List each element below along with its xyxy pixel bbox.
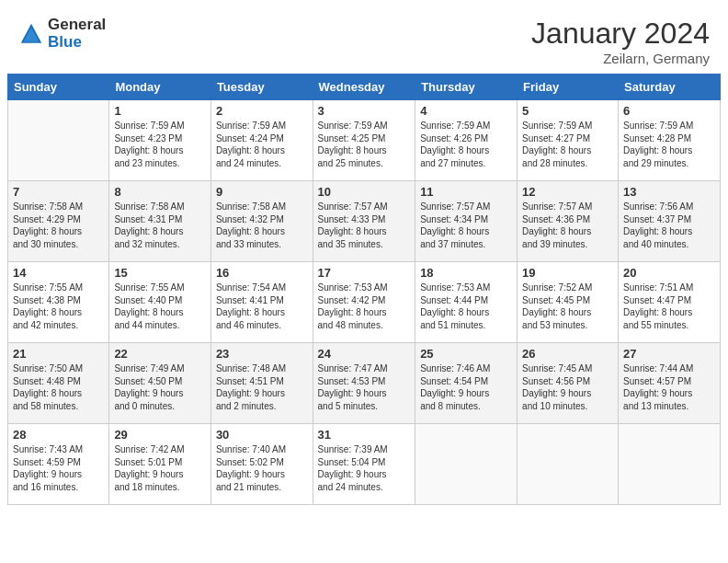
day-number: 3 xyxy=(318,104,411,118)
cell-content: Sunrise: 7:43 AMSunset: 4:59 PMDaylight:… xyxy=(13,443,104,493)
day-number: 23 xyxy=(216,347,308,361)
day-header-sunday: Sunday xyxy=(8,75,109,100)
cell-content: Sunrise: 7:53 AMSunset: 4:44 PMDaylight:… xyxy=(420,282,512,331)
cell-content: Sunrise: 7:58 AMSunset: 4:31 PMDaylight:… xyxy=(114,201,206,250)
day-number: 4 xyxy=(420,104,512,118)
cell-content: Sunrise: 7:44 AMSunset: 4:57 PMDaylight:… xyxy=(623,362,715,412)
cell-content: Sunrise: 7:58 AMSunset: 4:29 PMDaylight:… xyxy=(13,201,104,250)
day-number: 22 xyxy=(114,347,206,361)
cell-content: Sunrise: 7:46 AMSunset: 4:54 PMDaylight:… xyxy=(420,362,512,412)
cell-content: Sunrise: 7:55 AMSunset: 4:38 PMDaylight:… xyxy=(13,282,104,331)
cell-content: Sunrise: 7:48 AMSunset: 4:51 PMDaylight:… xyxy=(216,362,308,412)
cell-content: Sunrise: 7:49 AMSunset: 4:50 PMDaylight:… xyxy=(114,362,206,412)
calendar-header-row: SundayMondayTuesdayWednesdayThursdayFrid… xyxy=(8,75,721,100)
calendar-cell: 4Sunrise: 7:59 AMSunset: 4:26 PMDaylight… xyxy=(415,100,518,181)
day-number: 21 xyxy=(13,347,104,361)
calendar-cell: 26Sunrise: 7:45 AMSunset: 4:56 PMDayligh… xyxy=(518,343,619,424)
cell-content: Sunrise: 7:59 AMSunset: 4:23 PMDaylight:… xyxy=(114,120,206,169)
calendar-cell: 15Sunrise: 7:55 AMSunset: 4:40 PMDayligh… xyxy=(109,262,211,343)
calendar-cell: 10Sunrise: 7:57 AMSunset: 4:33 PMDayligh… xyxy=(313,181,415,262)
calendar-cell: 14Sunrise: 7:55 AMSunset: 4:38 PMDayligh… xyxy=(8,262,109,343)
day-number: 1 xyxy=(114,104,206,118)
day-number: 29 xyxy=(114,428,206,442)
day-number: 9 xyxy=(216,185,308,199)
day-number: 18 xyxy=(420,266,512,280)
calendar-week-row: 7Sunrise: 7:58 AMSunset: 4:29 PMDaylight… xyxy=(8,181,721,262)
calendar-cell xyxy=(619,424,721,505)
calendar-cell: 7Sunrise: 7:58 AMSunset: 4:29 PMDaylight… xyxy=(8,181,109,262)
calendar-cell: 11Sunrise: 7:57 AMSunset: 4:34 PMDayligh… xyxy=(415,181,518,262)
logo-general: General xyxy=(48,17,106,34)
day-number: 15 xyxy=(114,266,206,280)
day-number: 11 xyxy=(420,185,512,199)
calendar-cell: 25Sunrise: 7:46 AMSunset: 4:54 PMDayligh… xyxy=(415,343,518,424)
calendar-cell: 21Sunrise: 7:50 AMSunset: 4:48 PMDayligh… xyxy=(8,343,109,424)
logo-blue: Blue xyxy=(48,34,106,52)
calendar-cell: 6Sunrise: 7:59 AMSunset: 4:28 PMDaylight… xyxy=(619,100,721,181)
page-header: General Blue January 2024 Zeilarn, Germa… xyxy=(0,0,728,74)
calendar-body: 1Sunrise: 7:59 AMSunset: 4:23 PMDaylight… xyxy=(8,100,721,505)
calendar-cell: 30Sunrise: 7:40 AMSunset: 5:02 PMDayligh… xyxy=(210,424,313,505)
day-number: 25 xyxy=(420,347,512,361)
calendar-cell: 8Sunrise: 7:58 AMSunset: 4:31 PMDaylight… xyxy=(109,181,211,262)
day-number: 13 xyxy=(623,185,715,199)
calendar-week-row: 28Sunrise: 7:43 AMSunset: 4:59 PMDayligh… xyxy=(8,424,721,505)
calendar-cell: 12Sunrise: 7:57 AMSunset: 4:36 PMDayligh… xyxy=(518,181,619,262)
calendar-cell: 5Sunrise: 7:59 AMSunset: 4:27 PMDaylight… xyxy=(518,100,619,181)
calendar-cell: 2Sunrise: 7:59 AMSunset: 4:24 PMDaylight… xyxy=(210,100,313,181)
day-number: 5 xyxy=(522,104,613,118)
calendar-week-row: 14Sunrise: 7:55 AMSunset: 4:38 PMDayligh… xyxy=(8,262,721,343)
calendar-cell: 3Sunrise: 7:59 AMSunset: 4:25 PMDaylight… xyxy=(313,100,415,181)
cell-content: Sunrise: 7:40 AMSunset: 5:02 PMDaylight:… xyxy=(216,443,308,493)
day-number: 20 xyxy=(623,266,715,280)
day-number: 31 xyxy=(318,428,411,442)
day-number: 19 xyxy=(522,266,613,280)
calendar-table: SundayMondayTuesdayWednesdayThursdayFrid… xyxy=(7,74,721,505)
calendar-cell: 19Sunrise: 7:52 AMSunset: 4:45 PMDayligh… xyxy=(518,262,619,343)
cell-content: Sunrise: 7:58 AMSunset: 4:32 PMDaylight:… xyxy=(216,201,308,250)
day-header-saturday: Saturday xyxy=(619,75,721,100)
logo-icon xyxy=(18,21,44,47)
day-number: 12 xyxy=(522,185,613,199)
location: Zeilarn, Germany xyxy=(531,51,710,66)
day-header-monday: Monday xyxy=(109,75,211,100)
cell-content: Sunrise: 7:42 AMSunset: 5:01 PMDaylight:… xyxy=(114,443,206,493)
day-number: 6 xyxy=(623,104,715,118)
day-number: 7 xyxy=(13,185,104,199)
day-header-wednesday: Wednesday xyxy=(313,75,415,100)
calendar-cell: 24Sunrise: 7:47 AMSunset: 4:53 PMDayligh… xyxy=(313,343,415,424)
month-year: January 2024 xyxy=(531,17,710,51)
calendar-cell xyxy=(8,100,109,181)
cell-content: Sunrise: 7:55 AMSunset: 4:40 PMDaylight:… xyxy=(114,282,206,331)
day-number: 17 xyxy=(318,266,411,280)
calendar-cell xyxy=(415,424,518,505)
day-header-friday: Friday xyxy=(518,75,619,100)
day-header-thursday: Thursday xyxy=(415,75,518,100)
calendar-cell xyxy=(518,424,619,505)
day-number: 8 xyxy=(114,185,206,199)
calendar-cell: 31Sunrise: 7:39 AMSunset: 5:04 PMDayligh… xyxy=(313,424,415,505)
calendar-cell: 17Sunrise: 7:53 AMSunset: 4:42 PMDayligh… xyxy=(313,262,415,343)
cell-content: Sunrise: 7:54 AMSunset: 4:41 PMDaylight:… xyxy=(216,282,308,331)
cell-content: Sunrise: 7:59 AMSunset: 4:26 PMDaylight:… xyxy=(420,120,512,169)
logo: General Blue xyxy=(18,17,106,51)
day-header-tuesday: Tuesday xyxy=(210,75,313,100)
cell-content: Sunrise: 7:59 AMSunset: 4:25 PMDaylight:… xyxy=(318,120,411,169)
cell-content: Sunrise: 7:57 AMSunset: 4:33 PMDaylight:… xyxy=(318,201,411,250)
day-number: 24 xyxy=(318,347,411,361)
cell-content: Sunrise: 7:59 AMSunset: 4:24 PMDaylight:… xyxy=(216,120,308,169)
cell-content: Sunrise: 7:56 AMSunset: 4:37 PMDaylight:… xyxy=(623,201,715,250)
calendar-wrap: SundayMondayTuesdayWednesdayThursdayFrid… xyxy=(0,74,728,514)
calendar-cell: 18Sunrise: 7:53 AMSunset: 4:44 PMDayligh… xyxy=(415,262,518,343)
calendar-cell: 13Sunrise: 7:56 AMSunset: 4:37 PMDayligh… xyxy=(619,181,721,262)
cell-content: Sunrise: 7:47 AMSunset: 4:53 PMDaylight:… xyxy=(318,362,411,412)
title-block: January 2024 Zeilarn, Germany xyxy=(531,17,710,66)
calendar-cell: 23Sunrise: 7:48 AMSunset: 4:51 PMDayligh… xyxy=(210,343,313,424)
day-number: 14 xyxy=(13,266,104,280)
cell-content: Sunrise: 7:57 AMSunset: 4:36 PMDaylight:… xyxy=(522,201,613,250)
calendar-cell: 16Sunrise: 7:54 AMSunset: 4:41 PMDayligh… xyxy=(210,262,313,343)
day-number: 28 xyxy=(13,428,104,442)
calendar-cell: 22Sunrise: 7:49 AMSunset: 4:50 PMDayligh… xyxy=(109,343,211,424)
cell-content: Sunrise: 7:52 AMSunset: 4:45 PMDaylight:… xyxy=(522,282,613,331)
day-number: 27 xyxy=(623,347,715,361)
